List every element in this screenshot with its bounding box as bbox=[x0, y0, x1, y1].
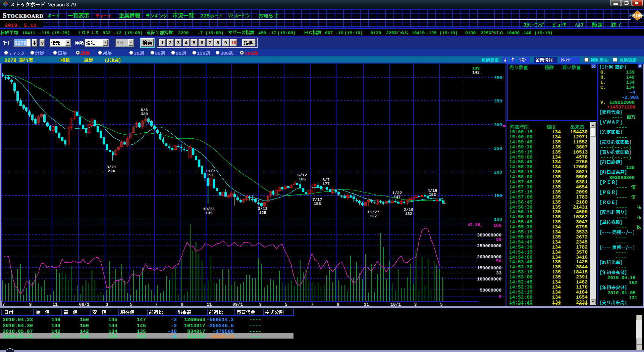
svg-text:2: 2 bbox=[169, 41, 171, 46]
svg-text:2672: 2672 bbox=[576, 235, 588, 240]
svg-text:3807: 3807 bbox=[576, 145, 588, 150]
svg-text:5: 5 bbox=[193, 41, 195, 46]
svg-text:14:55:00: 14:55:00 bbox=[509, 235, 533, 240]
svg-text:150000000: 150000000 bbox=[477, 266, 501, 271]
svg-text:135: 135 bbox=[552, 215, 561, 220]
svg-text:458: 458 bbox=[258, 31, 266, 36]
svg-text:50000000: 50000000 bbox=[480, 288, 501, 293]
svg-text:134: 134 bbox=[552, 240, 561, 245]
svg-text:10/1: 10/1 bbox=[390, 302, 401, 307]
svg-text:(15:00): (15:00) bbox=[205, 31, 224, 36]
svg-text:2391: 2391 bbox=[576, 275, 588, 280]
svg-text:(15:10): (15:10) bbox=[344, 31, 363, 36]
svg-text:-3: -3 bbox=[171, 317, 177, 323]
svg-text:----: ---- bbox=[615, 250, 627, 256]
svg-text:08/1: 08/1 bbox=[79, 302, 90, 307]
svg-text:1462: 1462 bbox=[576, 280, 588, 285]
svg-text:134: 134 bbox=[552, 165, 561, 170]
svg-text:09/1: 09/1 bbox=[232, 302, 243, 307]
svg-text:10410: 10410 bbox=[412, 31, 425, 36]
svg-text:150: 150 bbox=[80, 323, 89, 329]
svg-text:-7: -7 bbox=[198, 31, 203, 36]
svg-text:5: 5 bbox=[285, 302, 287, 307]
svg-text:----: ---- bbox=[616, 195, 627, 201]
svg-text:14:54:00: 14:54:00 bbox=[509, 255, 533, 260]
svg-text:225: 225 bbox=[201, 13, 210, 19]
svg-text:----: ---- bbox=[615, 235, 627, 241]
svg-text:30: 30 bbox=[134, 51, 140, 56]
svg-text:150: 150 bbox=[494, 194, 502, 199]
svg-text:3: 3 bbox=[106, 302, 108, 307]
svg-text:224: 224 bbox=[108, 169, 115, 174]
svg-text:----: ---- bbox=[249, 317, 261, 323]
svg-text:9: 9 bbox=[224, 41, 227, 46]
svg-text:-2.90%: -2.90% bbox=[622, 95, 639, 100]
svg-text:3: 3 bbox=[177, 41, 179, 46]
svg-text:2345: 2345 bbox=[576, 240, 588, 245]
svg-text:2010. 5.11: 2010. 5.11 bbox=[5, 23, 37, 29]
svg-text:10: 10 bbox=[231, 41, 236, 46]
svg-text:135: 135 bbox=[552, 190, 561, 195]
svg-text:136: 136 bbox=[51, 334, 60, 340]
svg-text:2766: 2766 bbox=[576, 160, 588, 165]
svg-text:-119: -119 bbox=[39, 31, 49, 36]
svg-text:15:00:00: 15:00:00 bbox=[509, 135, 533, 140]
svg-text:14:52:30: 14:52:30 bbox=[509, 285, 533, 290]
svg-text:----: ---- bbox=[616, 125, 627, 130]
svg-text:4164: 4164 bbox=[576, 290, 588, 295]
svg-text:+98315.9: +98315.9 bbox=[210, 334, 234, 340]
svg-text:3: 3 bbox=[414, 302, 417, 307]
svg-text:14:57:30: 14:57:30 bbox=[509, 185, 533, 190]
svg-text:135: 135 bbox=[552, 210, 561, 215]
svg-text:500: 500 bbox=[245, 51, 253, 56]
svg-text:134: 134 bbox=[552, 225, 561, 230]
svg-text:----(--.--): ----(--.--) bbox=[600, 145, 631, 150]
svg-text:0278: 0278 bbox=[4, 58, 16, 63]
svg-text:-255246.5: -255246.5 bbox=[207, 323, 234, 329]
svg-text:14:55:45: 14:55:45 bbox=[509, 220, 533, 225]
svg-text:14:57:15: 14:57:15 bbox=[509, 190, 533, 195]
svg-text:131: 131 bbox=[629, 296, 637, 301]
svg-text:100: 100 bbox=[493, 223, 501, 228]
svg-text:134: 134 bbox=[108, 334, 117, 340]
svg-text:14:53:15: 14:53:15 bbox=[509, 270, 533, 275]
svg-text:7: 7 bbox=[311, 302, 314, 307]
svg-text:14:57:45: 14:57:45 bbox=[509, 180, 533, 185]
svg-text:14:55:30: 14:55:30 bbox=[509, 225, 533, 230]
svg-text:978: 978 bbox=[579, 303, 588, 308]
svg-text:225: 225 bbox=[481, 31, 489, 36]
svg-text:2099: 2099 bbox=[576, 190, 588, 195]
svg-text:4: 4 bbox=[185, 41, 187, 46]
svg-text:----: ---- bbox=[611, 115, 623, 120]
svg-text:134: 134 bbox=[552, 250, 561, 255]
svg-text:1014317: 1014317 bbox=[184, 323, 205, 329]
svg-text:----: ---- bbox=[616, 135, 627, 140]
svg-text:7: 7 bbox=[2, 302, 5, 307]
svg-text:134: 134 bbox=[552, 303, 561, 308]
svg-text:12971: 12971 bbox=[573, 135, 588, 140]
svg-text:-135: -135 bbox=[426, 31, 436, 36]
svg-text:134: 134 bbox=[552, 135, 561, 140]
svg-text:0120: 0120 bbox=[371, 31, 381, 36]
svg-text:14:52:45: 14:52:45 bbox=[509, 280, 533, 285]
svg-text:14:52:00: 14:52:00 bbox=[509, 295, 533, 300]
svg-text:1170: 1170 bbox=[576, 285, 588, 290]
svg-text:5: 5 bbox=[130, 302, 132, 307]
svg-text:----: ---- bbox=[616, 185, 627, 190]
svg-text:135: 135 bbox=[552, 260, 561, 265]
svg-text:933133: 933133 bbox=[187, 334, 205, 340]
svg-text:----: ---- bbox=[616, 215, 627, 221]
svg-text:11: 11 bbox=[364, 302, 369, 307]
svg-text:135: 135 bbox=[552, 145, 561, 150]
svg-text:2010.05.11: 2010.05.11 bbox=[3, 334, 33, 340]
svg-text:6795: 6795 bbox=[576, 225, 588, 230]
svg-text:250: 250 bbox=[494, 146, 502, 151]
svg-text:134: 134 bbox=[552, 285, 561, 290]
svg-text:135: 135 bbox=[552, 170, 561, 175]
svg-text:140: 140 bbox=[626, 75, 635, 80]
svg-text:11: 11 bbox=[53, 302, 58, 307]
svg-text:SDB: SDB bbox=[632, 13, 643, 19]
svg-text:393880800: 393880800 bbox=[609, 175, 635, 181]
svg-text:135: 135 bbox=[552, 265, 561, 270]
svg-text:2290: 2290 bbox=[178, 31, 189, 36]
